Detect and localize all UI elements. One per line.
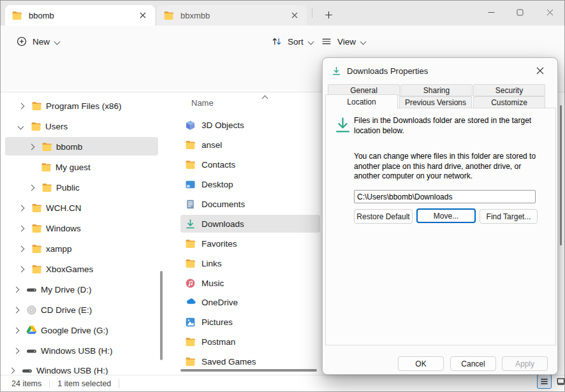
file-label: Desktop [202,180,233,189]
tab-previous-versions[interactable]: Previous Versions [399,96,472,108]
sidebar-item-public[interactable]: Public [0,178,166,197]
sidebar-item-label: Windows USB (H:) [36,366,108,375]
details-view-toggle[interactable] [537,374,552,389]
file-row-onedrive[interactable]: OneDrive [180,293,320,311]
tab-security[interactable]: Security [473,84,545,96]
sidebar-item-windows[interactable]: Windows [0,219,166,238]
file-list-scrollbar[interactable] [560,105,562,245]
file-row-favorites[interactable]: Favorites [180,235,320,252]
file-row-saved-games[interactable]: Saved Games [180,352,320,370]
ok-button[interactable]: OK [398,356,444,371]
folder-icon [185,258,196,269]
folder-icon [185,356,196,367]
sidebar-item-label: WCH.CN [46,203,82,213]
sidebar-item-label: Public [56,183,80,192]
expand-chevron-icon[interactable] [13,347,20,354]
tab-separator [312,8,312,18]
sidebar-scrollbar[interactable] [160,271,163,360]
cancel-button[interactable]: Cancel [450,356,496,371]
tab-location[interactable]: Location [325,94,398,109]
view-button-label: View [337,37,356,47]
file-label: ansel [202,140,222,150]
sort-ascending-icon[interactable] [262,96,268,102]
expand-chevron-icon[interactable] [18,245,25,252]
downloads-icon [185,219,196,229]
file-label: Links [202,259,222,268]
target-path-input[interactable] [354,190,536,203]
expand-chevron-icon[interactable] [18,103,25,109]
button-label: Apply [515,359,534,368]
expand-chevron-icon[interactable] [29,143,35,150]
tab-close-icon[interactable] [137,10,149,21]
sidebar-item-users[interactable]: Users [0,117,166,136]
tab-customize[interactable]: Customize [473,96,545,108]
sidebar-item-program-files-x86[interactable]: Program Files (x86) [0,96,166,115]
file-row-ansel[interactable]: ansel [180,136,320,154]
apply-button[interactable]: Apply [502,356,548,371]
google-drive-icon [26,325,37,336]
sidebar-item-bbomb[interactable]: bbomb [0,137,166,156]
restore-default-button[interactable]: Restore Default [354,209,413,224]
new-tab-button[interactable] [320,6,337,23]
file-row-contacts[interactable]: Contacts [180,156,320,173]
find-target-button[interactable]: Find Target... [480,209,538,224]
file-row-music[interactable]: Music [180,274,320,292]
expand-chevron-icon[interactable] [9,367,15,374]
location-tab-panel: Files in the Downloads folder are stored… [325,108,556,345]
column-header-name[interactable]: Name [191,98,214,108]
collapse-chevron-icon[interactable] [18,123,24,129]
dialog-close-button[interactable] [532,62,548,79]
sidebar-item-windows-usb-h[interactable]: Windows USB (H:) [0,341,166,360]
sort-arrows-icon [271,36,282,47]
large-icons-view-icon [557,377,565,386]
tab-bbxmbb[interactable]: bbxmbb [157,5,307,25]
view-button[interactable]: View [315,31,371,52]
file-row-3d-objects[interactable]: 3D Objects [180,116,320,134]
expand-chevron-icon[interactable] [18,266,25,272]
file-row-links[interactable]: Links [180,254,320,272]
sidebar-item-wch-cn[interactable]: WCH.CN [0,198,166,217]
tab-sharing[interactable]: Sharing [400,84,473,96]
onedrive-cloud-icon [185,297,196,308]
move-button[interactable]: Move... [416,208,476,223]
tab-bbomb[interactable]: bbomb [5,5,155,25]
large-icons-view-toggle[interactable] [554,374,565,389]
maximize-icon [517,9,524,16]
expand-chevron-icon[interactable] [13,307,20,313]
tab-close-icon[interactable] [289,10,300,21]
file-row-documents[interactable]: Documents [180,195,320,213]
expand-chevron-icon[interactable] [13,327,20,333]
folder-icon [185,337,196,347]
sidebar-item-label: Program Files (x86) [46,101,122,111]
expand-chevron-icon[interactable] [18,225,25,231]
minimize-button[interactable] [481,5,501,19]
sidebar-item-my-drive-d[interactable]: My Drive (D:) [0,280,166,299]
sidebar-item-my-guest[interactable]: My guest [0,157,166,177]
file-label: Postman [202,337,235,347]
horizontal-scrollbar[interactable] [180,369,317,372]
file-label: OneDrive [202,298,238,307]
drive-icon [26,284,37,295]
expand-chevron-icon[interactable] [13,286,20,293]
sidebar-item-google-drive-g[interactable]: Google Drive (G:) [0,321,166,340]
tab-label: Location [347,98,376,106]
cube-icon [185,120,196,131]
expand-chevron-icon[interactable] [29,184,35,191]
tab-label: Previous Versions [405,98,466,107]
sidebar-item-xboxgames[interactable]: XboxGames [0,259,166,279]
sort-button[interactable]: Sort [265,31,319,52]
chevron-down-icon [307,38,314,45]
file-row-pictures[interactable]: Pictures [180,313,320,331]
file-row-downloads[interactable]: Downloads [180,215,320,233]
close-window-button[interactable] [540,5,559,19]
status-separator [119,379,119,388]
new-button-label: New [33,37,50,47]
sidebar-item-cd-drive-e[interactable]: CD Drive (E:) [0,300,166,319]
maximize-button[interactable] [510,5,529,19]
expand-chevron-icon[interactable] [18,205,25,211]
file-row-desktop[interactable]: Desktop [180,175,320,193]
sidebar-item-xampp[interactable]: xampp [0,239,166,258]
file-row-postman[interactable]: Postman [180,333,320,351]
file-label: Contacts [202,160,235,170]
new-button[interactable]: New [10,31,65,52]
